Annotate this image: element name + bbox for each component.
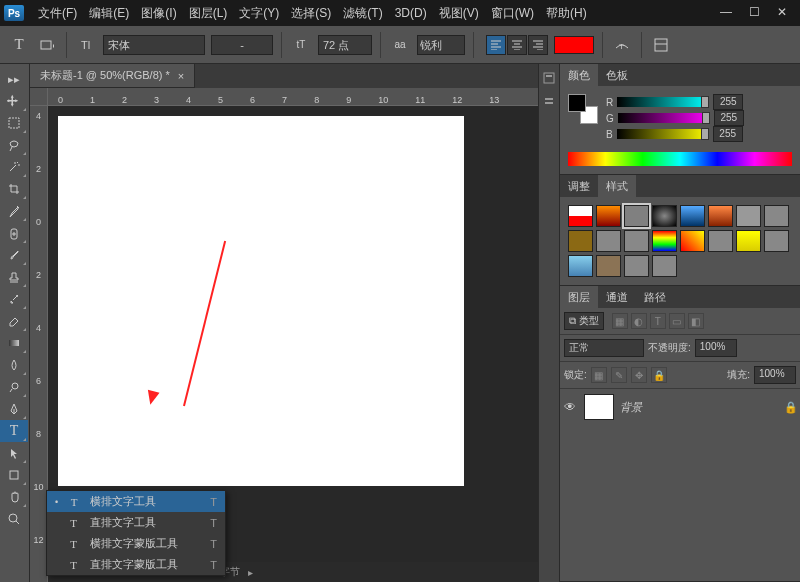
- r-value[interactable]: 255: [713, 94, 743, 110]
- b-slider[interactable]: [617, 129, 709, 139]
- font-style-select[interactable]: -: [211, 35, 273, 55]
- layer-row-background[interactable]: 👁 背景 🔒: [560, 389, 800, 425]
- eraser-tool[interactable]: [0, 310, 28, 332]
- stamp-tool[interactable]: [0, 266, 28, 288]
- lock-all-icon[interactable]: 🔒: [651, 367, 667, 383]
- filter-pixel-icon[interactable]: ▦: [612, 313, 628, 329]
- antialias-select[interactable]: 锐利: [417, 35, 465, 55]
- menu-edit[interactable]: 编辑(E): [83, 1, 135, 26]
- crop-tool[interactable]: [0, 178, 28, 200]
- tab-paths[interactable]: 路径: [636, 286, 674, 308]
- eyedropper-tool[interactable]: [0, 200, 28, 222]
- opacity-input[interactable]: 100%: [695, 339, 737, 357]
- r-slider[interactable]: [617, 97, 709, 107]
- menu-layer[interactable]: 图层(L): [183, 1, 234, 26]
- properties-panel-icon[interactable]: [539, 92, 559, 112]
- brush-tool[interactable]: [0, 244, 28, 266]
- layer-thumbnail[interactable]: [584, 394, 614, 420]
- flyout-item[interactable]: T直排文字蒙版工具T: [47, 554, 225, 575]
- history-brush-tool[interactable]: [0, 288, 28, 310]
- lock-transparent-icon[interactable]: ▦: [591, 367, 607, 383]
- filter-shape-icon[interactable]: ▭: [669, 313, 685, 329]
- tab-color[interactable]: 颜色: [560, 64, 598, 86]
- path-select-tool[interactable]: [0, 442, 28, 464]
- style-swatch[interactable]: [624, 205, 649, 227]
- filter-adjust-icon[interactable]: ◐: [631, 313, 647, 329]
- layer-name[interactable]: 背景: [620, 400, 642, 415]
- gradient-tool[interactable]: [0, 332, 28, 354]
- style-swatch[interactable]: [596, 230, 621, 252]
- style-swatch[interactable]: [764, 205, 789, 227]
- healing-tool[interactable]: [0, 222, 28, 244]
- style-swatch[interactable]: [708, 205, 733, 227]
- style-swatch[interactable]: [568, 205, 593, 227]
- maximize-button[interactable]: ☐: [740, 3, 768, 23]
- document-tab[interactable]: 未标题-1 @ 50%(RGB/8) * ×: [30, 64, 195, 88]
- history-panel-icon[interactable]: [539, 68, 559, 88]
- style-swatch[interactable]: [708, 255, 733, 277]
- blur-tool[interactable]: [0, 354, 28, 376]
- close-button[interactable]: ✕: [768, 3, 796, 23]
- warp-text-icon[interactable]: T: [611, 34, 633, 56]
- foreground-color-swatch[interactable]: [568, 94, 586, 112]
- align-center-button[interactable]: [507, 35, 527, 55]
- menu-file[interactable]: 文件(F): [32, 1, 83, 26]
- dodge-tool[interactable]: [0, 376, 28, 398]
- zoom-tool[interactable]: [0, 508, 28, 530]
- type-tool[interactable]: T: [0, 420, 28, 442]
- tab-channels[interactable]: 通道: [598, 286, 636, 308]
- lasso-tool[interactable]: [0, 134, 28, 156]
- style-swatch[interactable]: [652, 255, 677, 277]
- color-spectrum[interactable]: [568, 152, 792, 166]
- font-family-select[interactable]: 宋体: [103, 35, 205, 55]
- style-swatch[interactable]: [764, 255, 789, 277]
- blend-mode-select[interactable]: 正常: [564, 339, 644, 357]
- shape-tool[interactable]: [0, 464, 28, 486]
- flyout-item[interactable]: T直排文字工具T: [47, 512, 225, 533]
- layer-filter-kind[interactable]: ⧉ 类型: [564, 312, 604, 330]
- menu-3d[interactable]: 3D(D): [389, 2, 433, 24]
- style-swatch[interactable]: [764, 230, 789, 252]
- style-swatch[interactable]: [596, 255, 621, 277]
- fill-input[interactable]: 100%: [754, 366, 796, 384]
- style-swatch[interactable]: [680, 255, 705, 277]
- filter-smart-icon[interactable]: ◧: [688, 313, 704, 329]
- g-slider[interactable]: [618, 113, 710, 123]
- style-swatch[interactable]: [568, 230, 593, 252]
- tab-layers[interactable]: 图层: [560, 286, 598, 308]
- text-color-swatch[interactable]: [554, 36, 594, 54]
- menu-select[interactable]: 选择(S): [285, 1, 337, 26]
- lock-position-icon[interactable]: ✥: [631, 367, 647, 383]
- align-left-button[interactable]: [486, 35, 506, 55]
- layer-visibility-icon[interactable]: 👁: [564, 400, 578, 414]
- minimize-button[interactable]: —: [712, 3, 740, 23]
- style-swatch[interactable]: [680, 205, 705, 227]
- wand-tool[interactable]: [0, 156, 28, 178]
- filter-type-icon[interactable]: T: [650, 313, 666, 329]
- tab-swatches[interactable]: 色板: [598, 64, 636, 86]
- menu-view[interactable]: 视图(V): [433, 1, 485, 26]
- style-swatch[interactable]: [624, 230, 649, 252]
- move-tool[interactable]: [0, 90, 28, 112]
- flyout-item[interactable]: T横排文字蒙版工具T: [47, 533, 225, 554]
- style-swatch[interactable]: [736, 255, 761, 277]
- text-orientation-icon[interactable]: T: [75, 34, 97, 56]
- g-value[interactable]: 255: [714, 110, 744, 126]
- tab-adjustments[interactable]: 调整: [560, 175, 598, 197]
- menu-type[interactable]: 文字(Y): [233, 1, 285, 26]
- style-swatch[interactable]: [708, 230, 733, 252]
- status-flyout-icon[interactable]: ▸: [248, 567, 253, 578]
- menu-filter[interactable]: 滤镜(T): [337, 1, 388, 26]
- style-swatch[interactable]: [680, 230, 705, 252]
- hand-tool[interactable]: [0, 486, 28, 508]
- lock-image-icon[interactable]: ✎: [611, 367, 627, 383]
- font-size-input[interactable]: 72 点: [318, 35, 372, 55]
- menu-window[interactable]: 窗口(W): [485, 1, 540, 26]
- fg-bg-swatch[interactable]: [568, 94, 598, 124]
- menu-image[interactable]: 图像(I): [135, 1, 182, 26]
- pen-tool[interactable]: [0, 398, 28, 420]
- flyout-item[interactable]: •T横排文字工具T: [47, 491, 225, 512]
- character-panel-icon[interactable]: [650, 34, 672, 56]
- style-swatch[interactable]: [596, 205, 621, 227]
- expand-toolbar[interactable]: ▸▸: [0, 68, 28, 90]
